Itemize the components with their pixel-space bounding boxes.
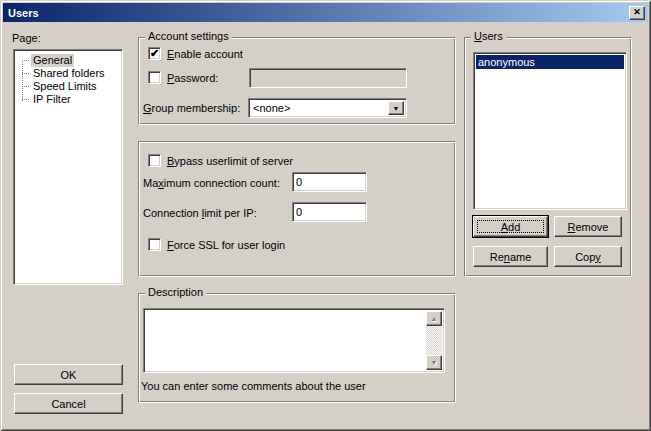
close-icon: ✕ bbox=[633, 8, 641, 17]
user-list-item[interactable]: anonymous bbox=[476, 55, 624, 69]
description-scrollbar[interactable]: ▲ ▼ bbox=[426, 311, 442, 370]
enable-account-checkbox[interactable]: ✔ bbox=[148, 47, 161, 60]
scroll-down-button[interactable]: ▼ bbox=[426, 355, 442, 370]
force-ssl-label: Force SSL for user login bbox=[167, 239, 285, 251]
password-label: Password: bbox=[167, 72, 218, 84]
connection-limit-per-ip-label: Connection limit per IP: bbox=[143, 207, 257, 219]
scroll-down-icon: ▼ bbox=[431, 359, 438, 366]
group-membership-dropdown-button[interactable]: ▼ bbox=[388, 101, 404, 115]
connection-limit-per-ip-input[interactable] bbox=[292, 202, 367, 222]
rename-user-button[interactable]: Rename bbox=[473, 246, 548, 267]
title-bar: Users ✕ bbox=[3, 3, 648, 22]
description-hint: You can enter some comments about the us… bbox=[141, 380, 366, 392]
tree-item-shared-folders[interactable]: Shared folders bbox=[14, 67, 120, 80]
page-tree[interactable]: General Shared folders Speed Limits IP F… bbox=[13, 49, 123, 285]
cancel-button[interactable]: Cancel bbox=[14, 393, 123, 414]
group-membership-value: <none> bbox=[253, 102, 290, 114]
description-title: Description bbox=[145, 286, 206, 299]
bypass-userlimit-label: Bypass userlimit of server bbox=[167, 155, 293, 167]
page-list-label: Page: bbox=[12, 32, 41, 44]
copy-user-button[interactable]: Copy bbox=[554, 246, 622, 267]
group-membership-select[interactable]: <none> ▼ bbox=[248, 98, 407, 118]
remove-user-button[interactable]: Remove bbox=[554, 216, 622, 237]
force-ssl-checkbox[interactable] bbox=[148, 238, 161, 251]
window-title: Users bbox=[3, 7, 629, 19]
tree-item-general[interactable]: General bbox=[14, 54, 120, 67]
scroll-up-icon: ▲ bbox=[431, 315, 438, 322]
password-input[interactable] bbox=[249, 68, 407, 88]
users-dialog: Users ✕ Page: General Shared folders Spe… bbox=[0, 0, 651, 431]
users-group-title: Users bbox=[471, 30, 506, 43]
chevron-down-icon: ▼ bbox=[393, 105, 400, 112]
max-connection-count-label: Maximum connection count: bbox=[143, 177, 280, 189]
scroll-up-button[interactable]: ▲ bbox=[426, 311, 442, 326]
tree-item-speed-limits[interactable]: Speed Limits bbox=[14, 80, 120, 93]
tree-item-ip-filter[interactable]: IP Filter bbox=[14, 93, 120, 106]
ok-button[interactable]: OK bbox=[14, 364, 123, 385]
password-checkbox[interactable] bbox=[148, 71, 161, 84]
account-settings-title: Account settings bbox=[145, 30, 232, 43]
users-listbox[interactable]: anonymous bbox=[473, 52, 627, 210]
close-button[interactable]: ✕ bbox=[629, 6, 645, 20]
enable-account-label: Enable account bbox=[167, 48, 243, 60]
max-connection-count-input[interactable] bbox=[292, 172, 367, 192]
add-user-button[interactable]: Add bbox=[473, 216, 548, 237]
checkmark-icon: ✔ bbox=[150, 49, 159, 58]
description-textarea[interactable]: ▲ ▼ bbox=[143, 308, 445, 373]
bypass-userlimit-checkbox[interactable] bbox=[148, 154, 161, 167]
group-membership-label: Group membership: bbox=[143, 102, 240, 114]
